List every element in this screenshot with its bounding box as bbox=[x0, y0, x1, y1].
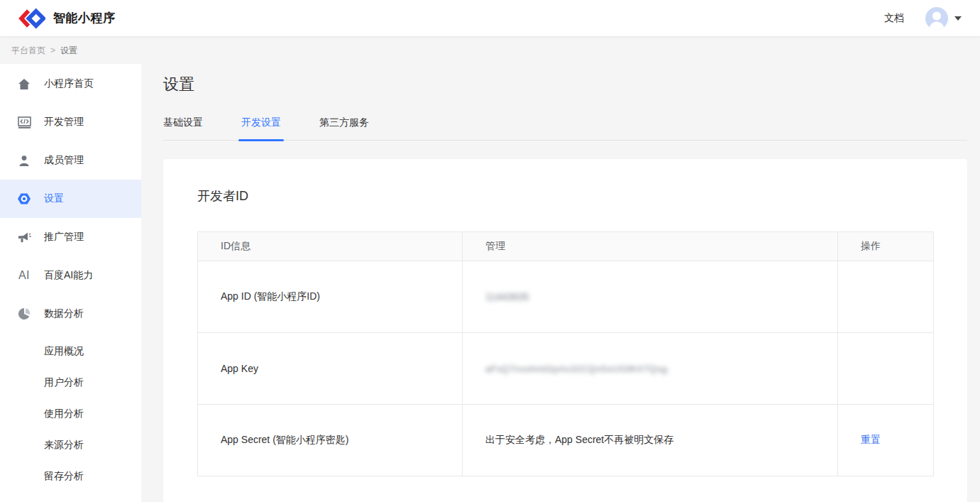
sidebar-subitem-retention[interactable]: 留存分析 bbox=[0, 461, 141, 492]
settings-icon bbox=[17, 192, 31, 206]
sidebar-item-label: 开发管理 bbox=[44, 116, 84, 129]
app-key-action-cell bbox=[838, 333, 934, 405]
sidebar-subitem-label: 来源分析 bbox=[44, 439, 84, 452]
reset-button[interactable]: 重置 bbox=[861, 434, 881, 445]
table-row-app-key: App Key aFsQ7nvshmtGpAs32CQnSxUG9hX7Qsg. bbox=[198, 333, 934, 405]
sidebar-subitem-usage[interactable]: 使用分析 bbox=[0, 398, 141, 430]
doc-link[interactable]: 文档 bbox=[884, 12, 904, 25]
sidebar-item-label: 推广管理 bbox=[44, 231, 84, 244]
app-secret-label: App Secret (智能小程序密匙) bbox=[198, 405, 463, 476]
breadcrumb-separator: > bbox=[50, 45, 55, 55]
breadcrumb-current: 设置 bbox=[60, 45, 77, 57]
sidebar-subitem-label: 使用分析 bbox=[44, 408, 84, 420]
app-id-label: App ID (智能小程序ID) bbox=[198, 261, 463, 333]
brand[interactable]: 智能小程序 bbox=[18, 7, 116, 30]
sidebar-item-promotion[interactable]: 推广管理 bbox=[0, 218, 141, 256]
brand-title: 智能小程序 bbox=[53, 10, 116, 26]
avatar[interactable] bbox=[925, 7, 948, 30]
table-row-app-id: App ID (智能小程序ID) 11443635 bbox=[198, 261, 934, 333]
app-key-label: App Key bbox=[198, 333, 463, 405]
column-header-action: 操作 bbox=[838, 232, 934, 261]
tab-bar: 基础设置 开发设置 第三方服务 bbox=[163, 116, 967, 141]
sidebar-item-label: 小程序首页 bbox=[44, 77, 94, 90]
sidebar-item-settings[interactable]: 设置 bbox=[0, 180, 141, 218]
sidebar-subitem-label: 应用概况 bbox=[44, 345, 84, 358]
table-row-app-secret: App Secret (智能小程序密匙) 出于安全考虑，App Secret不再… bbox=[198, 405, 934, 476]
sidebar-item-ai[interactable]: AI 百度AI能力 bbox=[0, 256, 141, 295]
page: 智能小程序 文档 平台首页 > bbox=[0, 0, 980, 502]
card-title: 开发者ID bbox=[197, 187, 933, 204]
table-header-row: ID信息 管理 操作 bbox=[198, 232, 934, 261]
sidebar-subitem-label: 留存分析 bbox=[44, 470, 84, 483]
ai-icon: AI bbox=[17, 268, 31, 283]
chevron-down-icon bbox=[954, 16, 962, 21]
app-key-value-masked: aFsQ7nvshmtGpAs32CQnSxUG9hX7Qsg. bbox=[485, 364, 670, 374]
page-title: 设置 bbox=[163, 74, 967, 95]
user-menu[interactable] bbox=[925, 7, 962, 30]
tab-basic-settings[interactable]: 基础设置 bbox=[163, 116, 203, 140]
breadcrumb: 平台首页 > 设置 bbox=[0, 37, 980, 64]
pie-chart-icon bbox=[17, 307, 31, 321]
sidebar-subitem-label: 用户分析 bbox=[44, 376, 84, 389]
member-icon bbox=[17, 153, 31, 168]
app-id-action-cell bbox=[838, 261, 934, 333]
column-header-id-info: ID信息 bbox=[198, 232, 463, 261]
tab-third-party[interactable]: 第三方服务 bbox=[319, 116, 369, 140]
developer-id-card: 开发者ID ID信息 管理 操作 App ID (智能小程序ID) 114 bbox=[163, 159, 967, 502]
sidebar-item-label: 百度AI能力 bbox=[44, 269, 93, 282]
main-content: 设置 基础设置 开发设置 第三方服务 开发者ID ID信息 管理 操作 bbox=[141, 64, 980, 502]
sidebar-subitem-overview[interactable]: 应用概况 bbox=[0, 336, 141, 367]
sidebar-item-members[interactable]: 成员管理 bbox=[0, 141, 141, 180]
column-header-manage: 管理 bbox=[463, 232, 838, 261]
sidebar-subitem-source[interactable]: 来源分析 bbox=[0, 430, 141, 461]
sidebar-item-label: 数据分析 bbox=[44, 307, 84, 320]
sidebar: 小程序首页 开发管理 bbox=[0, 64, 141, 502]
sidebar-subitem-users[interactable]: 用户分析 bbox=[0, 367, 141, 398]
sidebar-item-label: 成员管理 bbox=[44, 154, 84, 167]
megaphone-icon bbox=[17, 230, 31, 244]
app-secret-note: 出于安全考虑，App Secret不再被明文保存 bbox=[463, 405, 838, 476]
breadcrumb-home[interactable]: 平台首页 bbox=[11, 45, 45, 57]
sidebar-item-home[interactable]: 小程序首页 bbox=[0, 65, 141, 103]
home-icon bbox=[17, 77, 31, 91]
sidebar-item-analytics[interactable]: 数据分析 bbox=[0, 295, 141, 333]
top-bar-right: 文档 bbox=[884, 7, 962, 30]
top-bar: 智能小程序 文档 bbox=[0, 0, 980, 37]
brand-logo-icon bbox=[18, 7, 45, 30]
code-icon bbox=[17, 115, 31, 129]
developer-id-table: ID信息 管理 操作 App ID (智能小程序ID) 11443635 App bbox=[197, 231, 934, 476]
tab-dev-settings[interactable]: 开发设置 bbox=[241, 116, 281, 140]
layout: 小程序首页 开发管理 bbox=[0, 64, 980, 502]
sidebar-item-label: 设置 bbox=[44, 192, 64, 205]
app-id-value-masked: 11443635 bbox=[485, 291, 529, 302]
sidebar-item-dev[interactable]: 开发管理 bbox=[0, 103, 141, 141]
